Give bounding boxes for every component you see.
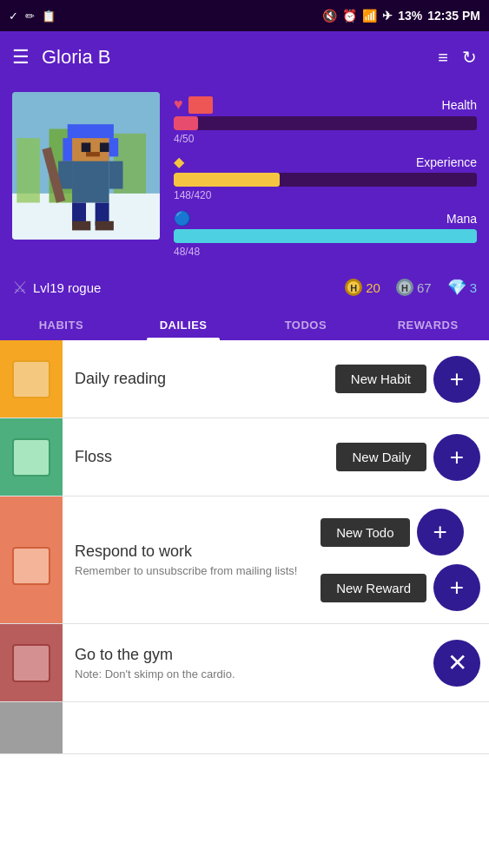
add-todo-fab[interactable]: + (417, 509, 464, 556)
page-title: Gloria B (42, 46, 426, 69)
mana-bar-fill (174, 229, 477, 243)
silver-value: 67 (417, 280, 432, 295)
task-title: Go to the gym (75, 646, 425, 664)
mana-label: Mana (446, 212, 477, 226)
task-color-indicator (0, 702, 63, 753)
task-checkbox[interactable] (12, 547, 50, 585)
task-note: Remember to unsubscribe from mailing lis… (75, 564, 303, 577)
task-color-indicator (0, 496, 63, 623)
task-content: Floss (63, 418, 336, 496)
experience-label: Experience (416, 155, 477, 169)
tab-dailies[interactable]: DAILIES (122, 308, 245, 340)
level-currency-row: ⚔ Lvl19 rogue H 20 H 67 💎 3 (0, 272, 489, 308)
svg-rect-8 (63, 138, 72, 161)
task-row: Respond to work Remember to unsubscribe … (0, 496, 489, 624)
filter-icon[interactable]: ≡ (438, 48, 448, 68)
wifi-icon: 📶 (362, 9, 377, 23)
task-row: Floss New Daily + (0, 418, 489, 496)
tab-habits[interactable]: HABITS (0, 308, 122, 340)
mana-value: 48/48 (174, 246, 477, 258)
svg-rect-14 (109, 161, 123, 189)
status-icons: ✓ ✏ 📋 (9, 10, 56, 23)
gold-currency: H 20 (345, 279, 380, 296)
task-note: Note: Don't skimp on the cardio. (75, 667, 425, 681)
svg-rect-7 (68, 124, 114, 138)
gem-icon: 💎 (447, 278, 466, 297)
task-content: Respond to work Remember to unsubscribe … (63, 496, 312, 623)
task-color-indicator (0, 340, 63, 418)
sword-icon: ⚔ (12, 277, 28, 298)
svg-rect-10 (82, 142, 91, 152)
xp-icon: ◆ (174, 154, 184, 170)
task-row (0, 702, 489, 754)
battery-text: 13% (398, 9, 422, 23)
mana-stat: 🔵 Mana 48/48 (174, 210, 477, 258)
profile-section: ♥ Health 4/50 ◆ Experience 148/420 (0, 83, 489, 272)
gem-currency: 💎 3 (447, 278, 477, 297)
task-actions: New Daily + (336, 418, 489, 496)
gold-coin-icon: H (345, 279, 362, 296)
task-content (63, 702, 489, 753)
task-list: Daily reading New Habit + Floss New Dail… (0, 340, 489, 754)
svg-rect-5 (72, 156, 109, 202)
task-actions: New Todo + New Reward + (312, 496, 489, 623)
task-actions: ✕ (433, 624, 489, 701)
health-bar-bg (174, 116, 477, 130)
task-title: Daily reading (75, 370, 327, 388)
new-todo-button[interactable]: New Todo (320, 518, 409, 547)
mana-icon: 🔵 (174, 210, 191, 227)
new-daily-button[interactable]: New Daily (336, 443, 426, 471)
xp-bar-fill (174, 173, 280, 187)
avatar (12, 92, 160, 240)
svg-rect-17 (72, 221, 90, 231)
level-text: Lvl19 rogue (33, 280, 340, 295)
task-checkbox[interactable] (12, 360, 50, 398)
svg-rect-11 (100, 142, 109, 152)
tab-rewards[interactable]: REWARDS (367, 308, 489, 340)
add-daily-fab[interactable]: + (433, 434, 480, 481)
svg-rect-12 (86, 152, 100, 156)
silver-currency: H 67 (396, 279, 432, 296)
task-color-indicator (0, 418, 63, 496)
gold-value: 20 (366, 280, 380, 295)
time-display: 12:35 PM (427, 9, 480, 23)
experience-stat: ◆ Experience 148/420 (174, 154, 477, 201)
mute-icon: 🔇 (322, 9, 337, 23)
character-sprite (12, 92, 160, 240)
pencil-icon: ✏ (25, 10, 35, 23)
hamburger-menu-button[interactable]: ☰ (12, 46, 30, 69)
health-bar-fill (174, 116, 198, 130)
alarm-icon: ⏰ (342, 9, 357, 23)
refresh-icon[interactable]: ↻ (462, 47, 477, 68)
add-habit-fab[interactable]: + (433, 356, 480, 403)
task-actions: New Habit + (335, 340, 489, 418)
status-bar: ✓ ✏ 📋 🔇 ⏰ 📶 ✈ 13% 12:35 PM (0, 0, 489, 31)
task-color-indicator (0, 624, 63, 701)
checkmark-icon: ✓ (9, 10, 18, 23)
new-reward-button[interactable]: New Reward (320, 574, 426, 602)
stats-section: ♥ Health 4/50 ◆ Experience 148/420 (174, 92, 477, 258)
svg-rect-18 (96, 221, 114, 231)
task-checkbox[interactable] (12, 438, 50, 477)
add-reward-fab[interactable]: + (433, 564, 480, 611)
svg-rect-2 (17, 138, 40, 202)
heart-icon: ♥ (174, 95, 183, 114)
task-checkbox[interactable] (12, 644, 50, 682)
health-label: Health (442, 98, 477, 112)
gem-value: 3 (470, 280, 477, 295)
clipboard-icon: 📋 (42, 10, 56, 23)
health-stat: ♥ Health 4/50 (174, 95, 477, 145)
task-row: Daily reading New Habit + (0, 340, 489, 418)
new-habit-button[interactable]: New Habit (335, 365, 426, 393)
health-value: 4/50 (174, 133, 477, 145)
task-content: Daily reading (63, 340, 335, 418)
tab-todos[interactable]: TODOS (245, 308, 367, 340)
close-speed-dial-button[interactable]: ✕ (433, 640, 480, 687)
task-row: Go to the gym Note: Don't skimp on the c… (0, 624, 489, 702)
health-box (188, 96, 213, 114)
tabs-bar: HABITS DAILIES TODOS REWARDS (0, 308, 489, 340)
silver-coin-icon: H (396, 279, 413, 296)
status-right: 🔇 ⏰ 📶 ✈ 13% 12:35 PM (322, 9, 480, 23)
task-title: Floss (75, 448, 327, 466)
top-bar: ☰ Gloria B ≡ ↻ (0, 31, 489, 83)
